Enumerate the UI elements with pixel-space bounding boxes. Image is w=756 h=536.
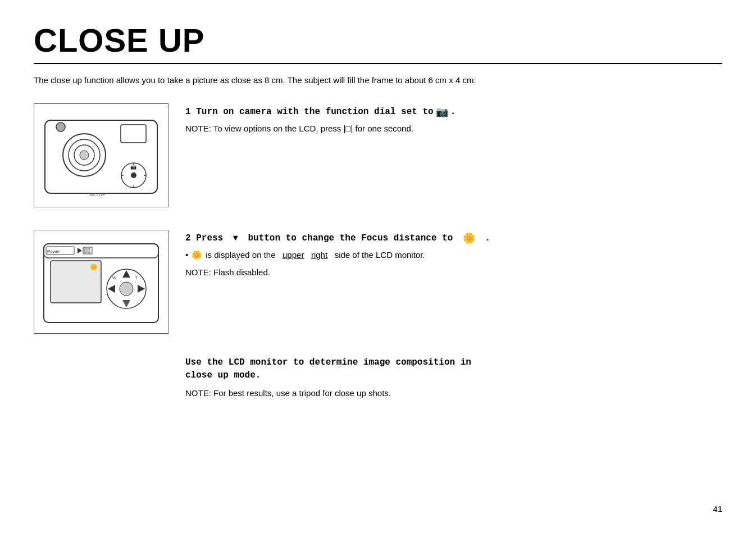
step1-image: 📷 SETUP <box>34 103 168 207</box>
bottom-heading: Use the LCD monitor to determine image c… <box>185 356 500 381</box>
svg-rect-21 <box>84 248 86 253</box>
svg-point-13 <box>56 122 65 131</box>
svg-marker-27 <box>108 285 115 293</box>
svg-rect-22 <box>88 248 90 253</box>
intro-text: The close up function allows you to take… <box>34 74 539 87</box>
svg-text:W: W <box>112 275 117 280</box>
svg-point-7 <box>131 172 136 178</box>
svg-marker-28 <box>138 285 145 293</box>
step2-bullet: • 🌼 is displayed on the upper right side… <box>185 249 722 262</box>
step2-heading: 2 Press ▼ button to change the Focus dis… <box>185 232 722 244</box>
step2-content: 2 Press ▼ button to change the Focus dis… <box>185 230 722 283</box>
step2-heading-prefix: 2 Press <box>185 233 223 243</box>
page-number: 41 <box>713 504 722 514</box>
step1-section: 📷 SETUP 1 Turn on camera with the functi… <box>34 103 722 207</box>
step1-content: 1 Turn on camera with the function dial … <box>185 103 722 140</box>
svg-text:🌼: 🌼 <box>90 263 98 271</box>
svg-rect-5 <box>121 125 146 143</box>
bottom-note: NOTE: For best results, use a tripod for… <box>185 387 722 400</box>
svg-text:📷: 📷 <box>130 163 137 170</box>
bullet-dot: • <box>185 249 188 262</box>
bullet-text: is displayed on the upper right side of … <box>206 249 425 262</box>
svg-text:T: T <box>135 275 138 280</box>
step2-section: Power W T 🌼 <box>34 230 722 334</box>
svg-marker-19 <box>78 248 82 253</box>
svg-point-24 <box>120 282 133 296</box>
step1-heading: 1 Turn on camera with the function dial … <box>185 106 722 118</box>
step2-heading-suffix: . <box>485 233 491 243</box>
down-arrow-icon: ▼ <box>233 234 238 243</box>
step1-note-text: NOTE: To view options on the LCD, press … <box>185 124 413 133</box>
svg-text:Power: Power <box>47 249 60 254</box>
svg-text:SETUP: SETUP <box>89 192 106 197</box>
bullet-text-end: side of the LCD monitor. <box>335 250 425 260</box>
macro-icon-bullet: 🌼 <box>192 249 202 262</box>
page-title: CLOSE UP <box>34 22 722 58</box>
step2-heading-mid: button to change the Focus distance to <box>248 233 453 243</box>
bullet-underline2: right <box>311 250 327 260</box>
bullet-text-main: is displayed on the <box>206 250 275 260</box>
svg-point-4 <box>80 151 89 160</box>
camera-icon: 📷 <box>436 106 448 118</box>
bullet-underline1: upper <box>283 250 304 260</box>
step1-note: NOTE: To view options on the LCD, press … <box>185 122 722 135</box>
step1-heading-prefix: 1 Turn on camera with the function dial … <box>185 107 434 117</box>
step1-heading-suffix: . <box>450 107 456 117</box>
step2-note: NOTE: Flash disabled. <box>185 266 722 279</box>
svg-marker-25 <box>122 270 130 278</box>
svg-marker-26 <box>122 300 130 307</box>
svg-rect-16 <box>44 244 158 258</box>
macro-icon: 🌼 <box>463 232 475 244</box>
title-divider <box>34 63 722 64</box>
step2-note-text: NOTE: Flash disabled. <box>185 267 270 277</box>
step2-image: Power W T 🌼 <box>34 230 168 334</box>
bottom-section: Use the LCD monitor to determine image c… <box>185 356 722 399</box>
